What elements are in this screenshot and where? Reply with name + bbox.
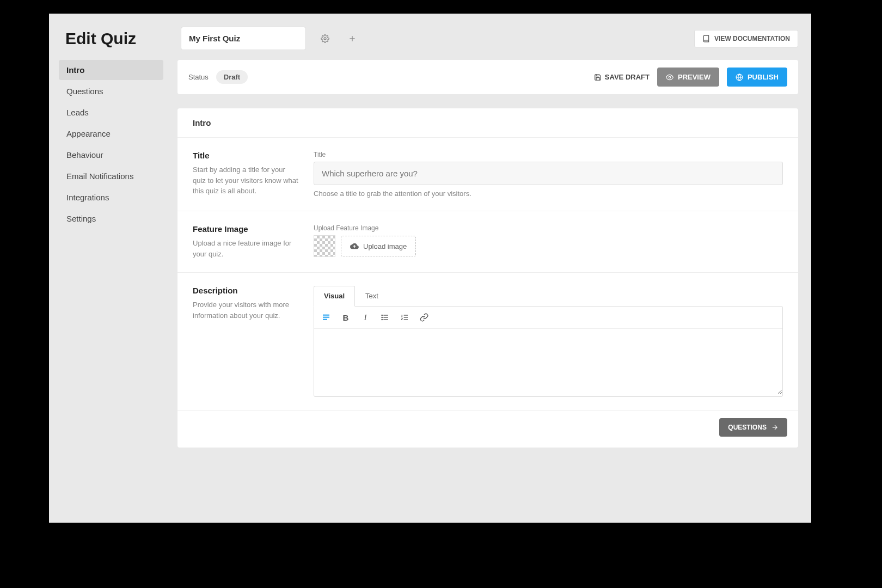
description-editor[interactable] — [314, 329, 782, 394]
editor-tool-bold[interactable]: B — [339, 311, 352, 324]
sidebar-item-label: Integrations — [66, 193, 109, 202]
desc-section-heading: Description — [193, 286, 299, 295]
image-section-heading: Feature Image — [193, 224, 299, 234]
view-docs-label: VIEW DOCUMENTATION — [714, 35, 790, 42]
status-label: Status — [188, 73, 209, 81]
body-row: Intro Questions Leads Appearance Behavio… — [49, 60, 811, 523]
panel-heading: Intro — [177, 108, 798, 138]
sidebar-item-label: Behaviour — [66, 150, 103, 160]
svg-rect-7 — [323, 317, 329, 318]
editor-tool-paragraph[interactable] — [320, 311, 333, 324]
svg-point-0 — [324, 38, 326, 40]
app-root: Edit Quiz VIEW DOCUMENTATION Intro Quest… — [49, 14, 811, 523]
svg-rect-6 — [323, 315, 329, 316]
sidebar-item-settings[interactable]: Settings — [59, 209, 163, 229]
sidebar-item-integrations[interactable]: Integrations — [59, 187, 163, 207]
description-section: Description Provide your visitors with m… — [177, 273, 798, 411]
settings-icon-button[interactable] — [317, 30, 333, 47]
editor-toolbar: B I — [314, 307, 782, 329]
editor-tab-text[interactable]: Text — [355, 286, 389, 306]
sidebar-item-leads[interactable]: Leads — [59, 102, 163, 122]
editor-tab-visual[interactable]: Visual — [314, 286, 355, 307]
image-placeholder-thumb — [314, 235, 335, 257]
sidebar-item-intro[interactable]: Intro — [59, 60, 163, 80]
upload-image-button[interactable]: Upload image — [341, 236, 416, 256]
title-section-left: Title Start by adding a title for your q… — [193, 151, 299, 198]
desc-section-right: Visual Text B I — [314, 286, 783, 397]
publish-button[interactable]: PUBLISH — [727, 68, 787, 87]
title-section-heading: Title — [193, 151, 299, 160]
image-field-label: Upload Feature Image — [314, 224, 783, 232]
image-section-desc: Upload a nice feature image for your qui… — [193, 238, 299, 259]
sidebar-item-email-notifications[interactable]: Email Notifications — [59, 166, 163, 186]
title-input[interactable] — [314, 162, 783, 185]
editor-tab-label: Text — [365, 292, 378, 300]
main-column: Status Draft SAVE DRAFT PREVIEW PUBLISH … — [177, 60, 798, 510]
arrow-right-icon — [771, 424, 779, 431]
sidebar-item-label: Email Notifications — [66, 171, 133, 181]
desc-section-left: Description Provide your visitors with m… — [193, 286, 299, 397]
paragraph-icon — [322, 313, 330, 322]
editor-tab-label: Visual — [324, 292, 345, 300]
title-field-label: Title — [314, 151, 783, 158]
globe-icon — [736, 74, 743, 81]
sidebar-item-label: Settings — [66, 214, 96, 223]
svg-point-12 — [382, 315, 382, 315]
panel-footer: QUESTIONS — [177, 411, 798, 437]
upload-row: Upload image — [314, 235, 783, 257]
editor-tabs: Visual Text — [314, 286, 783, 306]
quiz-name-input[interactable] — [181, 27, 306, 50]
next-button-label: QUESTIONS — [728, 424, 767, 431]
feature-image-section: Feature Image Upload a nice feature imag… — [177, 211, 798, 273]
editor-tool-link[interactable] — [418, 311, 431, 324]
link-icon — [420, 313, 428, 322]
header-row: Edit Quiz VIEW DOCUMENTATION — [49, 14, 811, 60]
save-draft-button[interactable]: SAVE DRAFT — [594, 73, 650, 81]
preview-button[interactable]: PREVIEW — [657, 68, 719, 87]
publish-label: PUBLISH — [748, 73, 779, 81]
numbered-list-icon — [400, 313, 409, 322]
preview-label: PREVIEW — [678, 73, 710, 81]
eye-icon — [666, 74, 673, 81]
title-section-desc: Start by adding a title for your quiz to… — [193, 164, 299, 197]
add-button[interactable] — [344, 30, 360, 47]
book-icon — [702, 35, 710, 42]
sidebar-item-label: Appearance — [66, 129, 111, 138]
status-bar: Status Draft SAVE DRAFT PREVIEW PUBLISH — [177, 60, 798, 94]
sidebar-item-label: Intro — [66, 65, 84, 75]
save-draft-label: SAVE DRAFT — [605, 73, 650, 81]
svg-point-3 — [669, 76, 671, 78]
editor-tool-italic[interactable]: I — [359, 311, 372, 324]
svg-rect-8 — [323, 319, 327, 320]
page-title: Edit Quiz — [65, 29, 170, 48]
view-docs-button[interactable]: VIEW DOCUMENTATION — [694, 30, 798, 47]
image-section-left: Feature Image Upload a nice feature imag… — [193, 224, 299, 259]
italic-icon: I — [364, 313, 367, 322]
desc-section-desc: Provide your visitors with more informat… — [193, 299, 299, 321]
sidebar: Intro Questions Leads Appearance Behavio… — [59, 60, 163, 510]
title-section-right: Title Choose a title to grab the attenti… — [314, 151, 783, 198]
image-section-right: Upload Feature Image Upload image — [314, 224, 783, 259]
sidebar-item-label: Leads — [66, 108, 89, 117]
sidebar-item-label: Questions — [66, 87, 103, 96]
svg-point-13 — [382, 317, 382, 317]
gear-icon — [321, 34, 329, 43]
upload-image-label: Upload image — [363, 242, 407, 250]
bullet-list-icon — [381, 313, 389, 322]
status-pill: Draft — [216, 70, 248, 84]
title-section: Title Start by adding a title for your q… — [177, 138, 798, 211]
sidebar-item-questions[interactable]: Questions — [59, 81, 163, 101]
editor-box: B I — [314, 306, 783, 397]
svg-point-14 — [382, 319, 382, 320]
sidebar-item-behaviour[interactable]: Behaviour — [59, 145, 163, 165]
editor-tool-numbered-list[interactable] — [398, 311, 411, 324]
cloud-upload-icon — [350, 242, 359, 250]
editor-tool-bullet-list[interactable] — [378, 311, 391, 324]
save-icon — [594, 74, 602, 81]
intro-panel: Intro Title Start by adding a title for … — [177, 108, 798, 448]
next-questions-button[interactable]: QUESTIONS — [719, 418, 787, 437]
title-field-help: Choose a title to grab the attention of … — [314, 189, 783, 198]
sidebar-item-appearance[interactable]: Appearance — [59, 124, 163, 144]
plus-icon — [348, 34, 357, 43]
bold-icon: B — [343, 313, 349, 322]
